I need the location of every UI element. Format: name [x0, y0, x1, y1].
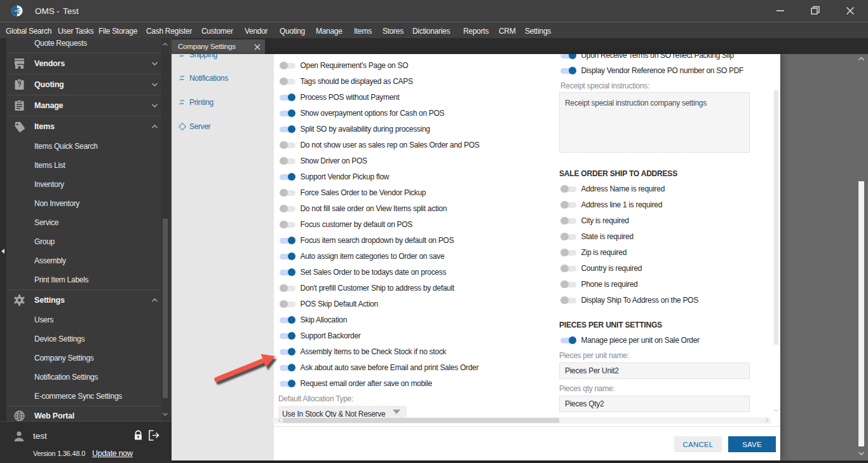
svg-text:?: ?	[17, 81, 21, 88]
